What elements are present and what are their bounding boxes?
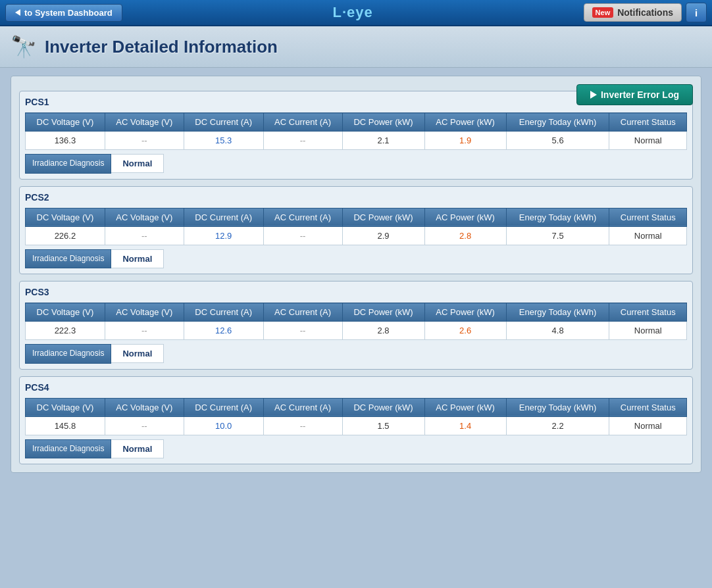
ac-voltage-value: -- [105,226,184,245]
irradiance-section-2: Irradiance Diagnosis Normal [25,249,687,269]
th-ac-current: AC Current (A) [263,208,342,226]
th-current-status: Current Status [609,208,687,226]
page-title: Inverter Detailed Information [45,37,278,57]
irradiance-value: Normal [111,249,164,268]
header: to System Dashboard L·eye New Notificati… [0,0,712,26]
new-badge: New [592,7,614,18]
current-status-value: Normal [609,226,687,245]
error-log-label: Inverter Error Log [601,89,679,100]
pcs-title-4: PCS4 [25,382,687,393]
energy-today-value: 2.2 [506,416,609,435]
th-ac-power: AC Power (kW) [424,398,506,416]
ac-power-value: 1.4 [424,416,506,435]
th-ac-voltage: AC Voltage (V) [105,303,184,322]
th-current-status: Current Status [609,113,687,132]
th-dc-power: DC Power (kW) [342,208,424,226]
pcs-section-2: PCS2 DC Voltage (V) AC Voltage (V) DC Cu… [19,186,693,275]
pcs-container: PCS1 DC Voltage (V) AC Voltage (V) DC Cu… [19,91,693,464]
th-energy-today: Energy Today (kWh) [506,208,609,226]
dc-voltage-value: 222.3 [26,322,105,340]
ac-voltage-value: -- [105,322,184,340]
th-dc-voltage: DC Voltage (V) [26,113,105,132]
th-ac-current: AC Current (A) [263,303,342,322]
ac-voltage-value: -- [105,416,184,435]
ac-power-value: 2.8 [424,226,506,245]
irradiance-label: Irradiance Diagnosis [25,439,111,459]
th-dc-current: DC Current (A) [184,398,263,416]
irradiance-label: Irradiance Diagnosis [25,344,111,364]
ac-current-value: -- [263,322,342,340]
ac-power-value: 1.9 [424,132,506,150]
th-dc-power: DC Power (kW) [342,113,424,132]
error-log-button[interactable]: Inverter Error Log [576,84,693,105]
ac-current-value: -- [263,132,342,150]
binoculars-icon: 🔭 [11,34,37,59]
th-dc-current: DC Current (A) [184,303,263,322]
table-row: 145.8 -- 10.0 -- 1.5 1.4 2.2 Normal [26,416,687,435]
irradiance-label: Irradiance Diagnosis [25,249,111,269]
th-ac-power: AC Power (kW) [424,208,506,226]
th-energy-today: Energy Today (kWh) [506,398,609,416]
dc-power-value: 2.8 [342,322,424,340]
th-dc-current: DC Current (A) [184,208,263,226]
content-panel: Inverter Error Log PCS1 DC Voltage (V) A… [11,76,701,473]
dc-power-value: 2.1 [342,132,424,150]
th-dc-voltage: DC Voltage (V) [26,398,105,416]
th-energy-today: Energy Today (kWh) [506,113,609,132]
dashboard-button-label: to System Dashboard [24,8,113,18]
info-button[interactable]: i [686,3,707,22]
notifications-button[interactable]: New Notifications [584,3,682,22]
dc-power-value: 1.5 [342,416,424,435]
main-content: Inverter Error Log PCS1 DC Voltage (V) A… [0,68,712,481]
th-ac-voltage: AC Voltage (V) [105,398,184,416]
th-current-status: Current Status [609,303,687,322]
energy-today-value: 5.6 [506,132,609,150]
current-status-value: Normal [609,132,687,150]
ac-power-value: 2.6 [424,322,506,340]
energy-today-value: 7.5 [506,226,609,245]
table-row: 136.3 -- 15.3 -- 2.1 1.9 5.6 Normal [26,132,687,150]
irradiance-section-4: Irradiance Diagnosis Normal [25,439,687,459]
dashboard-button[interactable]: to System Dashboard [5,4,122,22]
irradiance-label: Irradiance Diagnosis [25,154,111,174]
pcs-section-4: PCS4 DC Voltage (V) AC Voltage (V) DC Cu… [19,376,693,465]
dc-current-value: 15.3 [184,132,263,150]
pcs-table-3: DC Voltage (V) AC Voltage (V) DC Current… [25,303,687,340]
energy-today-value: 4.8 [506,322,609,340]
pcs-section-3: PCS3 DC Voltage (V) AC Voltage (V) DC Cu… [19,281,693,370]
th-ac-power: AC Power (kW) [424,113,506,132]
notifications-label: Notifications [617,7,673,18]
th-dc-power: DC Power (kW) [342,303,424,322]
irradiance-section-3: Irradiance Diagnosis Normal [25,344,687,364]
th-ac-current: AC Current (A) [263,398,342,416]
pcs-table-1: DC Voltage (V) AC Voltage (V) DC Current… [25,112,687,150]
dc-current-value: 12.6 [184,322,263,340]
irradiance-value: Normal [111,154,164,173]
th-ac-current: AC Current (A) [263,113,342,132]
irradiance-section-1: Irradiance Diagnosis Normal [25,154,687,174]
arrow-left-icon [15,9,20,16]
dc-voltage-value: 145.8 [26,416,105,435]
pcs-table-4: DC Voltage (V) AC Voltage (V) DC Current… [25,398,687,435]
th-ac-voltage: AC Voltage (V) [105,113,184,132]
th-dc-voltage: DC Voltage (V) [26,303,105,322]
header-right: New Notifications i [584,3,707,22]
pcs-title-2: PCS2 [25,192,687,203]
current-status-value: Normal [609,416,687,435]
th-ac-voltage: AC Voltage (V) [105,208,184,226]
th-dc-current: DC Current (A) [184,113,263,132]
th-ac-power: AC Power (kW) [424,303,506,322]
page-title-bar: 🔭 Inverter Detailed Information [0,26,712,68]
pcs-title-3: PCS3 [25,287,687,297]
th-energy-today: Energy Today (kWh) [506,303,609,322]
ac-current-value: -- [263,416,342,435]
logo: L·eye [332,4,372,21]
irradiance-value: Normal [111,439,164,458]
th-dc-power: DC Power (kW) [342,398,424,416]
dc-current-value: 10.0 [184,416,263,435]
dc-current-value: 12.9 [184,226,263,245]
pcs-table-2: DC Voltage (V) AC Voltage (V) DC Current… [25,208,687,245]
current-status-value: Normal [609,322,687,340]
play-icon [590,91,597,99]
ac-current-value: -- [263,226,342,245]
